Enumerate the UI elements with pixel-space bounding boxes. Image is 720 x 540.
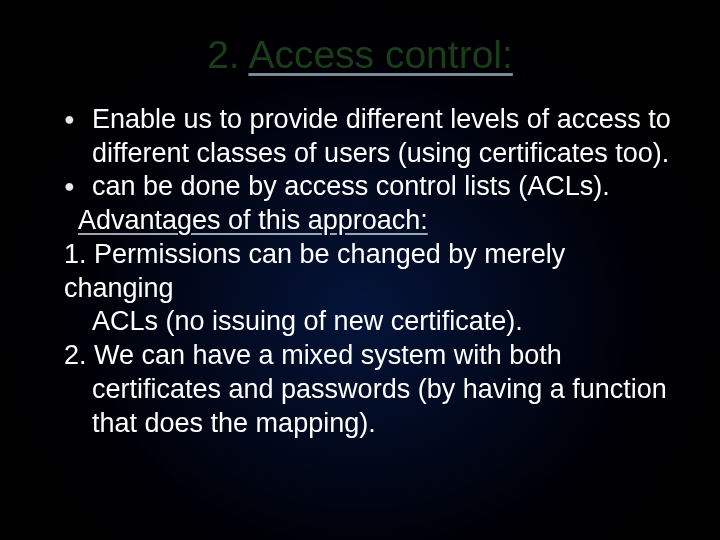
slide-title: 2. Access control:	[46, 32, 674, 79]
advantage-1-line-2: ACLs (no issuing of new certificate).	[92, 305, 674, 339]
advantage-2-line-3: that does the mapping).	[92, 407, 674, 441]
advantage-2-line-2: certificates and passwords (by having a …	[92, 373, 674, 407]
bullet-item-2: ● can be done by access control lists (A…	[64, 170, 674, 204]
title-prefix: 2.	[207, 33, 248, 76]
slide-body: ● Enable us to provide different levels …	[64, 103, 674, 441]
advantage-1-line-1: 1. Permissions can be changed by merely …	[64, 238, 674, 306]
title-main: Access control:	[248, 33, 512, 76]
advantages-heading: Advantages of this approach:	[78, 205, 428, 235]
advantage-2-line-1: 2. We can have a mixed system with both	[64, 339, 674, 373]
bullet-1-line-1: Enable us to provide different levels of…	[92, 103, 674, 137]
bullet-1-line-2: different classes of users (using certif…	[92, 137, 674, 171]
slide: 2. Access control: ● Enable us to provid…	[0, 0, 720, 540]
bullet-icon: ●	[64, 103, 92, 135]
bullet-item-1: ● Enable us to provide different levels …	[64, 103, 674, 137]
advantages-heading-wrap: Advantages of this approach:	[64, 204, 674, 238]
bullet-icon: ●	[64, 170, 92, 202]
bullet-2-line-1: can be done by access control lists (ACL…	[92, 170, 674, 204]
